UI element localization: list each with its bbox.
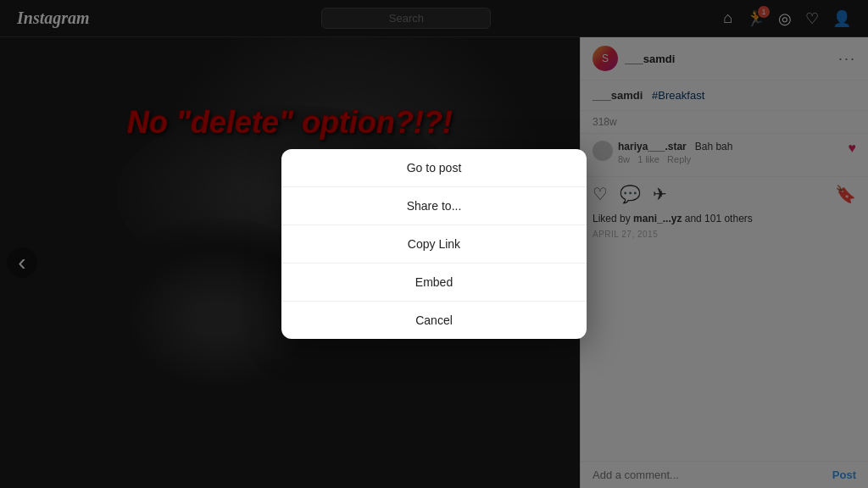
modal-overlay: Go to post Share to... Copy Link Embed C… [0, 0, 868, 488]
modal-item-copy-link[interactable]: Copy Link [281, 225, 587, 263]
modal-item-go-to-post[interactable]: Go to post [281, 149, 587, 187]
modal-item-cancel[interactable]: Cancel [281, 302, 587, 339]
modal-item-embed[interactable]: Embed [281, 263, 587, 302]
modal-box: Go to post Share to... Copy Link Embed C… [281, 149, 587, 339]
modal-item-share-to[interactable]: Share to... [281, 187, 587, 225]
